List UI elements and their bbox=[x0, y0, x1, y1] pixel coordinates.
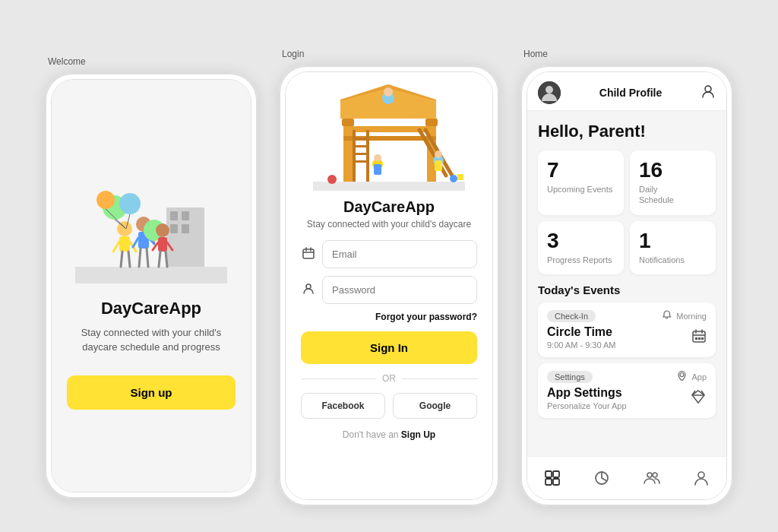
app-settings-bottom: App Settings Personalize Your App bbox=[547, 386, 707, 410]
or-divider: OR bbox=[301, 373, 477, 384]
svg-rect-34 bbox=[342, 119, 354, 126]
svg-line-14 bbox=[133, 238, 138, 247]
svg-rect-60 bbox=[303, 249, 314, 258]
welcome-screen-wrapper: Welcome bbox=[34, 56, 268, 499]
login-screen-wrapper: Login bbox=[268, 49, 510, 506]
stat-card-notifications[interactable]: 1 Notifications bbox=[630, 221, 716, 274]
avatar bbox=[538, 81, 561, 104]
signup-prompt: Don't have an Sign Up bbox=[343, 429, 435, 440]
svg-point-27 bbox=[119, 193, 141, 214]
today-events-title: Today's Events bbox=[538, 283, 716, 296]
email-input[interactable] bbox=[322, 240, 477, 268]
circle-time-tag: Check-In bbox=[547, 310, 596, 322]
social-buttons: Facebook Google bbox=[301, 393, 477, 419]
svg-line-17 bbox=[147, 249, 148, 267]
circle-time-info: Circle Time 9:00 AM - 9:30 AM bbox=[547, 325, 616, 350]
svg-rect-3 bbox=[170, 224, 178, 233]
login-illustration bbox=[313, 84, 465, 191]
signup-button[interactable]: Sign up bbox=[67, 375, 236, 410]
svg-rect-81 bbox=[546, 479, 552, 485]
forgot-password-link[interactable]: Forgot your password? bbox=[301, 312, 477, 322]
welcome-subtitle: Stay connected with your child's daycare… bbox=[67, 326, 236, 353]
welcome-illustration bbox=[75, 162, 227, 283]
nav-pie-icon[interactable] bbox=[588, 464, 615, 492]
sign-in-button[interactable]: Sign In bbox=[301, 331, 477, 364]
app-settings-event-card[interactable]: Settings App bbox=[538, 363, 716, 418]
circle-time-event-card[interactable]: Check-In Morning bbox=[538, 302, 716, 357]
svg-point-66 bbox=[546, 86, 553, 93]
home-screen-wrapper: Home Child Profile bbox=[510, 49, 744, 506]
login-title: DayCareApp bbox=[343, 198, 435, 216]
person-icon bbox=[301, 283, 316, 298]
stat-number-upcoming: 7 bbox=[547, 160, 615, 181]
greeting: Hello, Parent! bbox=[538, 122, 716, 141]
app-settings-tag-right: App bbox=[677, 371, 707, 382]
circle-time-tag-row: Check-In Morning bbox=[547, 310, 707, 322]
stat-label-progress: Progress Reports bbox=[547, 255, 615, 265]
app-settings-tag-row: Settings App bbox=[547, 371, 707, 383]
svg-rect-35 bbox=[425, 119, 438, 126]
svg-rect-4 bbox=[182, 224, 189, 233]
circle-time-time: 9:00 AM - 9:30 AM bbox=[547, 340, 616, 350]
login-phone-inner: DayCareApp Stay connected with your chil… bbox=[285, 71, 493, 500]
home-phone: Child Profile Hello, Parent! bbox=[520, 65, 733, 506]
svg-rect-79 bbox=[546, 471, 552, 477]
login-phone: DayCareApp Stay connected with your chil… bbox=[279, 65, 499, 506]
svg-line-11 bbox=[128, 252, 130, 267]
app-settings-subtitle: Personalize Your App bbox=[547, 401, 627, 410]
svg-rect-5 bbox=[75, 267, 227, 283]
svg-line-8 bbox=[113, 242, 119, 252]
svg-point-49 bbox=[327, 175, 337, 184]
svg-point-58 bbox=[435, 150, 442, 158]
header-title: Child Profile bbox=[599, 87, 662, 99]
svg-point-67 bbox=[705, 86, 711, 92]
or-line-left bbox=[301, 378, 376, 379]
svg-rect-2 bbox=[182, 211, 189, 220]
svg-rect-80 bbox=[553, 471, 559, 477]
stat-card-daily[interactable]: 16 DailySchedule bbox=[630, 150, 716, 215]
bell-icon bbox=[662, 310, 672, 321]
app-settings-tag: Settings bbox=[547, 371, 593, 383]
stat-card-upcoming[interactable]: 7 Upcoming Events bbox=[538, 150, 624, 215]
svg-rect-72 bbox=[695, 337, 697, 340]
svg-point-85 bbox=[653, 473, 657, 477]
svg-rect-51 bbox=[457, 174, 463, 180]
svg-rect-82 bbox=[553, 479, 559, 485]
stat-label-daily: DailySchedule bbox=[639, 184, 707, 206]
svg-rect-7 bbox=[119, 236, 130, 252]
pin-icon bbox=[677, 371, 687, 382]
svg-point-84 bbox=[647, 473, 652, 477]
stat-label-notifications: Notifications bbox=[639, 255, 707, 265]
welcome-phone: DayCareApp Stay connected with your chil… bbox=[45, 73, 258, 499]
svg-rect-1 bbox=[170, 211, 178, 220]
svg-rect-45 bbox=[353, 160, 369, 163]
svg-point-55 bbox=[374, 154, 381, 162]
diamond-icon bbox=[690, 388, 707, 408]
stat-number-daily: 16 bbox=[639, 160, 707, 181]
svg-point-53 bbox=[384, 87, 393, 97]
or-text: OR bbox=[382, 373, 396, 384]
svg-point-64 bbox=[306, 284, 311, 289]
stat-number-progress: 3 bbox=[547, 230, 615, 252]
nav-people-icon[interactable] bbox=[638, 464, 666, 492]
circle-time-bottom: Circle Time 9:00 AM - 9:30 AM bbox=[547, 325, 707, 350]
svg-rect-21 bbox=[158, 237, 167, 252]
facebook-button[interactable]: Facebook bbox=[301, 393, 385, 419]
signup-link[interactable]: Sign Up bbox=[401, 429, 435, 440]
welcome-label: Welcome bbox=[45, 56, 86, 67]
circle-time-name: Circle Time bbox=[547, 325, 616, 339]
svg-rect-73 bbox=[698, 337, 701, 340]
nav-grid-icon[interactable] bbox=[539, 464, 566, 492]
header-person-icon[interactable] bbox=[701, 84, 716, 103]
home-content: Child Profile Hello, Parent! bbox=[527, 72, 726, 499]
app-settings-name: App Settings bbox=[547, 386, 627, 400]
stat-card-progress[interactable]: 3 Progress Reports bbox=[538, 221, 624, 274]
svg-point-20 bbox=[156, 223, 169, 237]
password-input[interactable] bbox=[322, 276, 477, 304]
welcome-phone-inner: DayCareApp Stay connected with your chil… bbox=[51, 79, 251, 492]
nav-person-icon[interactable] bbox=[688, 464, 715, 492]
google-button[interactable]: Google bbox=[393, 393, 477, 419]
svg-rect-56 bbox=[374, 164, 381, 175]
welcome-content: DayCareApp Stay connected with your chil… bbox=[52, 80, 251, 492]
calendar-icon bbox=[301, 247, 316, 262]
